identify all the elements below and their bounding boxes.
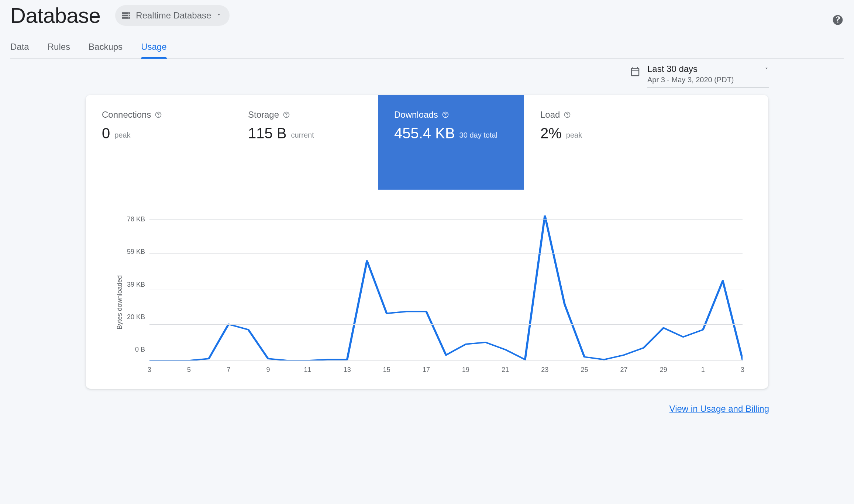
x-tick: 1 [701, 366, 705, 374]
metric-label: Storage [248, 110, 279, 120]
x-tick: 23 [541, 366, 548, 374]
y-tick: 78 KB [124, 215, 145, 223]
x-tick: 27 [620, 366, 628, 374]
help-icon[interactable] [832, 14, 844, 27]
svg-point-6 [286, 116, 286, 117]
metrics-row: Connections0peakStorage115 BcurrentDownl… [86, 95, 768, 190]
metric-load[interactable]: Load2%peak [524, 95, 670, 190]
x-axis-ticks: 35791113151719212325272913 [149, 361, 743, 370]
chart-area: Bytes downloaded 78 KB59 KB39 KB20 KB0 B… [86, 190, 768, 389]
svg-point-4 [158, 116, 159, 117]
metric-value: 115 B [248, 125, 287, 142]
metric-label: Downloads [394, 110, 438, 120]
y-tick: 39 KB [124, 281, 145, 289]
help-icon[interactable] [283, 111, 290, 118]
calendar-icon [630, 66, 641, 79]
metric-label: Connections [102, 110, 151, 120]
chevron-down-icon [764, 66, 769, 72]
usage-billing-link[interactable]: View in Usage and Billing [669, 404, 769, 414]
metric-value: 455.4 KB [394, 125, 455, 142]
y-axis-ticks: 78 KB59 KB39 KB20 KB0 B [124, 215, 149, 370]
y-axis-label: Bytes downloaded [111, 215, 124, 370]
svg-point-0 [128, 13, 129, 13]
page-title: Database [10, 3, 100, 28]
y-tick: 20 KB [124, 313, 145, 321]
grid-line [149, 253, 743, 254]
metric-label: Load [540, 110, 560, 120]
metric-sub: current [291, 131, 314, 142]
date-range-label: Last 30 days [647, 64, 698, 74]
svg-point-8 [445, 116, 445, 117]
x-tick: 21 [502, 366, 509, 374]
tab-rules[interactable]: Rules [48, 38, 70, 58]
metric-value: 2% [540, 125, 562, 142]
grid-line [149, 324, 743, 325]
metric-downloads[interactable]: Downloads455.4 KB30 day total [378, 95, 524, 190]
metric-storage[interactable]: Storage115 Bcurrent [232, 95, 378, 190]
x-tick: 29 [660, 366, 667, 374]
x-tick: 7 [227, 366, 230, 374]
svg-point-1 [128, 15, 129, 15]
help-icon[interactable] [155, 111, 162, 118]
help-icon[interactable] [442, 111, 449, 118]
tab-data[interactable]: Data [10, 38, 29, 58]
svg-point-2 [128, 17, 129, 18]
x-tick: 25 [581, 366, 588, 374]
chevron-down-icon [216, 12, 221, 19]
x-tick: 3 [741, 366, 744, 374]
x-tick: 17 [423, 366, 430, 374]
x-tick: 19 [462, 366, 469, 374]
svg-point-10 [567, 116, 568, 117]
date-range-selector[interactable]: Last 30 days Apr 3 - May 3, 2020 (PDT) [647, 64, 769, 87]
metric-sub: 30 day total [459, 131, 497, 142]
x-tick: 9 [266, 366, 270, 374]
metric-sub: peak [566, 131, 582, 142]
date-range-sub: Apr 3 - May 3, 2020 (PDT) [647, 76, 769, 84]
metric-sub: peak [114, 131, 130, 142]
x-tick: 11 [304, 366, 311, 374]
x-tick: 3 [148, 366, 151, 374]
tab-usage[interactable]: Usage [141, 38, 166, 58]
x-tick: 15 [383, 366, 390, 374]
chart-line [149, 215, 743, 360]
database-selector-label: Realtime Database [136, 10, 211, 21]
usage-card: Connections0peakStorage115 BcurrentDownl… [86, 95, 768, 389]
y-tick: 59 KB [124, 248, 145, 256]
grid-line [149, 290, 743, 290]
metric-value: 0 [102, 125, 110, 142]
metric-connections[interactable]: Connections0peak [86, 95, 232, 190]
plot-grid [149, 215, 743, 361]
database-icon [121, 11, 131, 20]
tabs-bar: DataRulesBackupsUsage [10, 38, 844, 59]
y-tick: 0 B [124, 346, 145, 353]
tab-backups[interactable]: Backups [89, 38, 123, 58]
x-tick: 5 [187, 366, 191, 374]
x-tick: 13 [344, 366, 351, 374]
database-selector[interactable]: Realtime Database [115, 5, 230, 26]
grid-line [149, 219, 743, 220]
help-icon[interactable] [564, 111, 571, 118]
